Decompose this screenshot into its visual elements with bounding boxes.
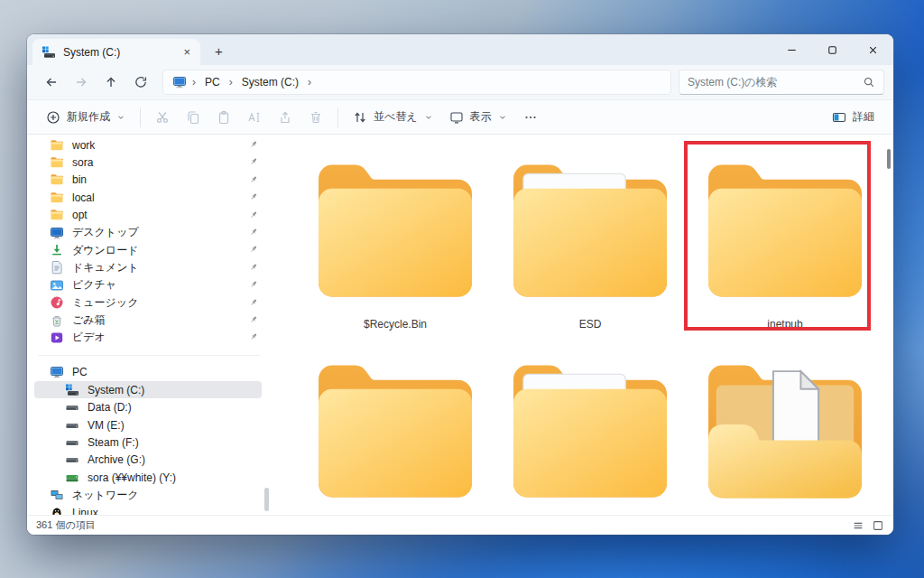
maximize-button[interactable] — [812, 34, 853, 65]
sidebar-item-label: bin — [72, 173, 87, 186]
new-button[interactable]: 新規作成 — [38, 104, 134, 131]
share-button[interactable] — [270, 104, 300, 131]
sidebar-item-label: VM (E:) — [88, 419, 125, 432]
breadcrumb-item-pc[interactable]: PC — [201, 74, 224, 90]
sidebar-item-label: System (C:) — [88, 384, 144, 396]
sidebar-item-bin[interactable]: bin — [27, 172, 271, 189]
pin-icon — [248, 279, 259, 293]
sidebar-item-vm-e[interactable]: VM (E:) — [27, 416, 271, 434]
tab-close-icon[interactable]: × — [180, 45, 193, 59]
sidebar-item-label: デスクトップ — [72, 225, 139, 240]
folder-tile-recycle-bin[interactable]: $Recycle.Bin — [298, 147, 493, 333]
paste-button[interactable] — [208, 104, 239, 131]
recycle-icon-icon — [50, 313, 64, 328]
sidebar-item-local[interactable]: local — [27, 189, 271, 206]
drive-icon-icon — [65, 418, 79, 433]
sidebar-item-archive-g[interactable]: Archive (G:) — [27, 452, 271, 469]
pin-icon — [248, 227, 259, 240]
sidebar-pinned-section: worksorabinlocaloptデスクトップダウンロードドキュメントピクチ… — [27, 136, 271, 347]
navigation-bar: › PC › System (C:) › — [27, 65, 893, 99]
status-bar: 361 個の項目 — [27, 515, 893, 535]
sort-button[interactable]: 並べ替え — [345, 104, 441, 131]
forward-icon — [74, 75, 88, 89]
minimize-button[interactable] — [772, 34, 812, 65]
breadcrumb-separator: › — [304, 76, 315, 89]
sidebar-item-label: Data (D:) — [88, 401, 132, 414]
list-view-icon[interactable] — [852, 519, 864, 532]
folder-tile-row2-3[interactable] — [688, 348, 882, 515]
folder-tile-row2-2[interactable] — [493, 348, 688, 515]
search-box — [679, 70, 884, 95]
paste-icon-icon — [217, 110, 231, 125]
folder-icon-icon — [50, 191, 64, 205]
up-button[interactable] — [96, 69, 125, 96]
sidebar-item-pc[interactable]: PC — [27, 364, 271, 381]
more-icon — [523, 110, 538, 125]
network-icon-icon — [50, 488, 64, 502]
drive-system-icon-icon — [65, 383, 79, 397]
refresh-button[interactable] — [125, 69, 155, 96]
sidebar-scrollbar[interactable] — [264, 488, 269, 511]
folder-label: $Recycle.Bin — [364, 318, 427, 331]
toolbar-divider — [337, 107, 338, 127]
sidebar-item-data-d[interactable]: Data (D:) — [27, 398, 271, 415]
sort-icon — [353, 110, 367, 125]
drive-icon-icon — [65, 400, 79, 415]
sidebar-item-system-c[interactable]: System (C:) — [34, 381, 262, 398]
sidebar-item-label: ごみ箱 — [72, 312, 106, 328]
details-pane-button[interactable]: 詳細 — [824, 104, 882, 131]
refresh-icon — [134, 75, 148, 89]
window-controls — [772, 34, 893, 65]
folder-tile-inetpub[interactable]: inetpub — [688, 147, 882, 333]
sidebar-item-item[interactable]: ミュージック — [27, 294, 271, 312]
breadcrumb-item-system-c[interactable]: System (C:) — [238, 74, 302, 90]
forward-button[interactable] — [66, 69, 96, 96]
sidebar-item-item[interactable]: ピクチャ — [27, 276, 271, 294]
sidebar-item-item[interactable]: ビデオ — [27, 329, 271, 346]
sidebar-item-item[interactable]: デスクトップ — [27, 224, 271, 241]
details-pane-icon — [832, 110, 846, 125]
sidebar: worksorabinlocaloptデスクトップダウンロードドキュメントピクチ… — [27, 135, 271, 515]
rename-button[interactable] — [239, 104, 270, 131]
sidebar-item-opt[interactable]: opt — [27, 207, 271, 224]
monitor-icon[interactable] — [172, 75, 187, 89]
folder-icon-icon — [50, 208, 64, 222]
delete-button[interactable] — [300, 104, 331, 131]
cut-icon-icon — [155, 110, 170, 125]
new-plus-icon — [46, 110, 60, 125]
view-button-label: 表示 — [470, 109, 492, 125]
sidebar-item-linux[interactable]: Linux — [27, 504, 271, 515]
folder-content-area: $Recycle.BinESDinetpub — [271, 135, 893, 515]
search-input[interactable] — [688, 76, 857, 89]
tab-system-c[interactable]: System (C:) × — [32, 39, 200, 65]
thumbnail-view-icon[interactable] — [872, 519, 884, 532]
chevron-down-icon — [116, 113, 125, 122]
back-button[interactable] — [36, 69, 66, 96]
sidebar-item-item[interactable]: ドキュメント — [27, 259, 271, 276]
sidebar-item-item[interactable]: ごみ箱 — [27, 312, 271, 329]
sidebar-item-label: Archive (G:) — [88, 453, 145, 466]
sidebar-item-sora[interactable]: sora — [27, 154, 271, 171]
download-icon-icon — [50, 243, 64, 257]
view-button[interactable]: 表示 — [441, 104, 515, 131]
content-scrollbar[interactable] — [887, 149, 891, 169]
sidebar-item-label: ビデオ — [72, 330, 106, 345]
sidebar-item-sora-white-y[interactable]: sora (¥¥white) (Y:) — [27, 469, 271, 486]
cut-button[interactable] — [147, 104, 178, 131]
sidebar-item-work[interactable]: work — [27, 136, 271, 154]
new-tab-button[interactable]: + — [215, 43, 223, 59]
folder-tile-row2-1[interactable] — [298, 348, 493, 515]
sidebar-item-item[interactable]: ダウンロード — [27, 241, 271, 258]
sidebar-item-steam-f[interactable]: Steam (F:) — [27, 434, 271, 451]
pin-icon — [248, 331, 259, 345]
sidebar-item-item[interactable]: ネットワーク — [27, 486, 271, 503]
file-explorer-window: System (C:) × + › PC › System (C:) › — [27, 34, 893, 535]
sidebar-item-label: PC — [72, 366, 88, 378]
more-button[interactable] — [515, 104, 546, 131]
folder-icon-icon — [50, 138, 64, 153]
search-icon[interactable] — [863, 76, 875, 89]
folder-tile-esd[interactable]: ESD — [493, 147, 688, 333]
toolbar-disabled-actions — [147, 104, 331, 131]
copy-button[interactable] — [178, 104, 208, 131]
close-button[interactable] — [853, 34, 893, 65]
